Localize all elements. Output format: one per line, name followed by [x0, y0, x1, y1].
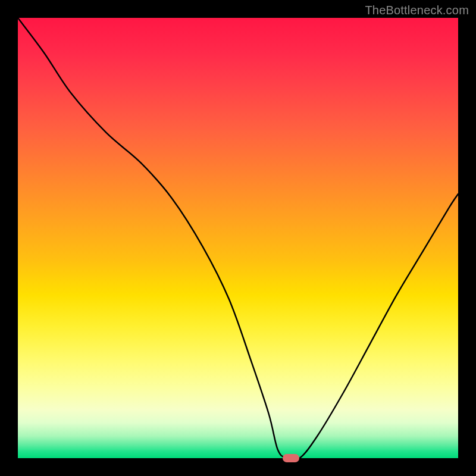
plot-area	[18, 18, 458, 458]
optimal-marker	[283, 454, 299, 462]
chart-frame: TheBottleneck.com	[0, 0, 476, 476]
bottleneck-curve	[18, 18, 458, 458]
watermark-text: TheBottleneck.com	[365, 4, 469, 17]
